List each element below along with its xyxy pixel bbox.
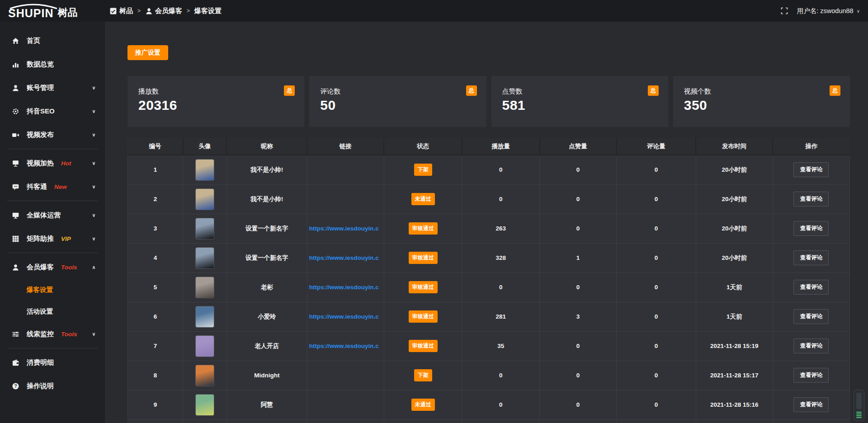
promotion-settings-button[interactable]: 推广设置 xyxy=(127,45,168,60)
cell-time: 1天前 xyxy=(696,273,773,302)
video-link[interactable]: https://www.iesdouyin.c xyxy=(307,343,384,349)
view-comments-button[interactable]: 查看评论 xyxy=(793,368,829,383)
floating-widget[interactable] xyxy=(854,390,864,421)
video-link[interactable]: https://www.iesdouyin.c xyxy=(307,225,384,232)
cell-avatar xyxy=(183,214,227,243)
logo-text-cn: 树品 xyxy=(57,2,77,19)
sidebar-item[interactable]: 矩阵助推 VIP ∨ xyxy=(0,227,105,250)
member-icon xyxy=(12,263,20,271)
avatar xyxy=(195,247,214,269)
chevron-down-icon: ∨ xyxy=(92,108,96,114)
help-icon: ? xyxy=(12,382,20,390)
cell-comments: 0 xyxy=(617,273,696,302)
cell-avatar xyxy=(183,361,227,390)
view-comments-button[interactable]: 查看评论 xyxy=(793,221,829,236)
column-header: 昵称 xyxy=(226,138,307,155)
monitor-icon xyxy=(12,212,20,219)
breadcrumb-item[interactable]: 会员爆客 xyxy=(145,7,182,15)
cell-action: 查看评论 xyxy=(773,214,849,243)
view-comments-button[interactable]: 查看评论 xyxy=(793,250,829,265)
cell-comments: 0 xyxy=(617,243,696,273)
cell-avatar xyxy=(183,155,227,184)
note-icon xyxy=(109,7,117,15)
stat-card-label: 视频个数 xyxy=(684,87,839,96)
table-row: 4 设置一个新名字 https://www.iesdouyin.c 审核通过 3… xyxy=(128,243,850,273)
sidebar-item[interactable]: 视频发布 ∨ xyxy=(0,123,105,146)
sidebar-item[interactable]: 抖音SEO ∨ xyxy=(0,99,105,123)
sidebar-item[interactable]: 视频加热 Hot ∨ xyxy=(0,151,105,175)
sidebar-item[interactable]: 账号管理 ∨ xyxy=(0,76,105,99)
divider xyxy=(7,149,98,149)
sidebar-item-tag: New xyxy=(54,183,67,190)
breadcrumb-separator: > xyxy=(187,8,190,14)
sidebar-item[interactable]: 首页 xyxy=(0,29,105,52)
sidebar-item[interactable]: 全媒体运营 ∨ xyxy=(0,203,105,227)
cell-link: https://www.iesdouyin.c xyxy=(307,243,384,273)
fullscreen-icon[interactable] xyxy=(781,7,788,14)
chevron-up-icon: ∧ xyxy=(92,264,96,270)
chevron-down-icon: ∨ xyxy=(92,160,96,166)
cell-likes: 0 xyxy=(540,331,617,361)
screen-icon xyxy=(12,160,20,167)
cell-status: 审核通过 xyxy=(384,331,462,361)
sidebar-subitem[interactable]: 活动设置 xyxy=(0,301,105,322)
breadcrumb-item[interactable]: 树品 xyxy=(109,7,133,15)
breadcrumb-item[interactable]: 爆客设置 xyxy=(194,7,222,15)
sidebar-item[interactable]: 数据总览 xyxy=(0,52,105,76)
cell-id: 9 xyxy=(128,390,183,419)
cell-time: 1天前 xyxy=(696,302,773,331)
sidebar-item-label: 抖音SEO xyxy=(27,107,55,116)
table-row: 8 Midnight 下架 0 0 0 2021-11-28 15:17 查看评… xyxy=(128,361,850,390)
divider xyxy=(7,201,98,201)
cell-status: 审核通过 xyxy=(384,273,462,302)
sidebar-item-tag: Tools xyxy=(61,331,77,338)
user-menu[interactable]: 用户名: zswodun88 ∨ xyxy=(797,7,860,15)
app-logo[interactable]: SHUPIN 树品 xyxy=(0,0,105,22)
videos-table: 编号头像昵称链接状态播放量点赞量评论量发布时间操作 1 我不是小帅! 下架 0 … xyxy=(127,138,850,423)
cell-avatar xyxy=(183,273,227,302)
view-comments-button[interactable]: 查看评论 xyxy=(793,338,829,353)
table-row: 6 小爱玲 https://www.iesdouyin.c 审核通过 281 3… xyxy=(128,302,850,331)
cell-time: 20小时前 xyxy=(696,214,773,243)
video-link[interactable]: https://www.iesdouyin.c xyxy=(307,254,384,261)
cell-link xyxy=(307,184,384,214)
view-comments-button[interactable]: 查看评论 xyxy=(793,397,829,412)
breadcrumb-label: 会员爆客 xyxy=(155,7,182,15)
sidebar-subitem[interactable]: 爆客设置 xyxy=(0,279,105,301)
sidebar-item-label: 线索监控 xyxy=(27,330,54,338)
sidebar-item[interactable]: 线索监控 Tools ∨ xyxy=(0,322,105,346)
cell-plays: 281 xyxy=(462,302,540,331)
sidebar-item[interactable]: 会员爆客 Tools ∧ xyxy=(0,255,105,279)
logo-arc-icon xyxy=(8,4,59,9)
cell-likes: 0 xyxy=(540,390,617,419)
sidebar-item[interactable]: ? 操作说明 xyxy=(0,374,105,398)
chevron-down-icon: ∨ xyxy=(92,212,96,218)
video-link[interactable]: https://www.iesdouyin.c xyxy=(307,284,384,291)
cell-id: 4 xyxy=(128,243,183,273)
sidebar-item[interactable]: 消费明细 xyxy=(0,351,105,374)
cell-link xyxy=(307,361,384,390)
cell-action: 查看评论 xyxy=(773,273,849,302)
cell-plays: 0 xyxy=(462,361,540,390)
cell-id: 6 xyxy=(128,302,183,331)
sidebar-item-label: 视频发布 xyxy=(27,131,54,139)
stat-card-value: 20316 xyxy=(138,98,293,113)
view-comments-button[interactable]: 查看评论 xyxy=(793,309,829,324)
cell-status: 审核通过 xyxy=(384,214,462,243)
cell-avatar xyxy=(183,184,227,214)
column-header: 操作 xyxy=(773,138,849,155)
cell-time: 20小时前 xyxy=(696,184,773,214)
video-icon xyxy=(12,131,20,139)
view-comments-button[interactable]: 查看评论 xyxy=(793,192,829,207)
cell-link: https://www.iesdouyin.c xyxy=(307,331,384,361)
cell-plays: 328 xyxy=(462,243,540,273)
video-link[interactable]: https://www.iesdouyin.c xyxy=(307,313,384,320)
view-comments-button[interactable]: 查看评论 xyxy=(793,280,829,295)
table-row: 7 老人开店 https://www.iesdouyin.c 审核通过 35 0… xyxy=(128,331,850,361)
cell-avatar xyxy=(183,331,227,361)
sidebar-item[interactable]: 抖客通 New ∨ xyxy=(0,175,105,198)
view-comments-button[interactable]: 查看评论 xyxy=(793,162,829,177)
cell-action: 查看评论 xyxy=(773,361,849,390)
cell-nickname: 设置一个新名字 xyxy=(226,243,307,273)
cell-plays xyxy=(462,419,540,423)
